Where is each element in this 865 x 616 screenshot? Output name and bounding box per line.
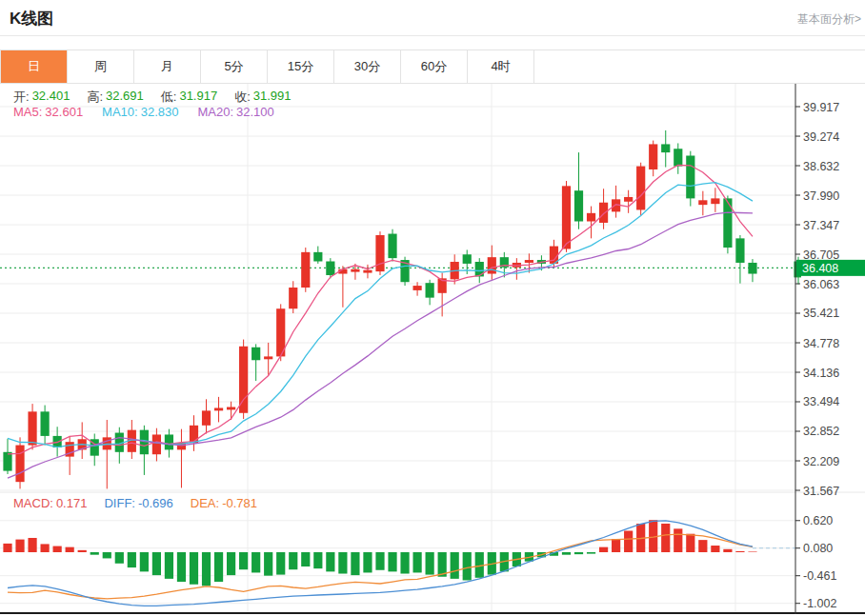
- macd-bar[interactable]: [400, 552, 409, 574]
- macd-bar[interactable]: [128, 552, 136, 567]
- macd-bar[interactable]: [202, 552, 211, 586]
- tab-15分[interactable]: 15分: [268, 50, 334, 83]
- macd-bar[interactable]: [338, 552, 347, 574]
- candle[interactable]: [674, 149, 682, 166]
- macd-bar[interactable]: [599, 547, 608, 552]
- candle[interactable]: [649, 144, 657, 169]
- macd-bar[interactable]: [723, 549, 732, 552]
- macd-bar[interactable]: [301, 552, 310, 566]
- candle[interactable]: [525, 260, 533, 263]
- macd-bar[interactable]: [412, 552, 421, 572]
- macd-bar[interactable]: [674, 528, 682, 552]
- macd-bar[interactable]: [239, 552, 248, 569]
- candle[interactable]: [264, 356, 272, 359]
- candle[interactable]: [735, 238, 744, 263]
- macd-bar[interactable]: [152, 552, 161, 575]
- candle[interactable]: [599, 203, 608, 223]
- candle[interactable]: [301, 252, 310, 288]
- candle[interactable]: [227, 407, 235, 410]
- macd-bar[interactable]: [40, 544, 49, 552]
- candle[interactable]: [190, 426, 198, 443]
- macd-bar[interactable]: [624, 530, 633, 552]
- candle[interactable]: [624, 197, 633, 202]
- macd-bar[interactable]: [562, 552, 571, 555]
- candle[interactable]: [28, 411, 36, 445]
- tab-60分[interactable]: 60分: [401, 50, 468, 83]
- macd-bar[interactable]: [612, 539, 620, 552]
- macd-bar[interactable]: [276, 552, 285, 575]
- candle[interactable]: [375, 235, 384, 271]
- candle[interactable]: [574, 190, 583, 221]
- macd-bar[interactable]: [326, 552, 334, 571]
- macd-bar[interactable]: [15, 540, 24, 552]
- candle[interactable]: [202, 410, 211, 425]
- candle[interactable]: [426, 283, 434, 297]
- candle[interactable]: [686, 155, 694, 198]
- candle[interactable]: [698, 200, 707, 205]
- macd-bar[interactable]: [227, 552, 235, 575]
- macd-bar[interactable]: [214, 552, 223, 582]
- macd-bar[interactable]: [53, 546, 62, 552]
- candle[interactable]: [3, 452, 11, 471]
- fundamental-analysis-link[interactable]: 基本面分析>: [797, 11, 861, 28]
- macd-bar[interactable]: [140, 552, 149, 571]
- candle[interactable]: [587, 213, 595, 222]
- macd-bar[interactable]: [735, 551, 744, 552]
- tab-月[interactable]: 月: [134, 50, 201, 83]
- tab-周[interactable]: 周: [68, 50, 134, 83]
- candle[interactable]: [363, 270, 372, 273]
- macd-bar[interactable]: [264, 552, 272, 576]
- macd-bar[interactable]: [91, 552, 99, 555]
- macd-bar[interactable]: [711, 546, 719, 552]
- macd-bar[interactable]: [351, 552, 359, 575]
- candle[interactable]: [15, 446, 24, 483]
- macd-bar[interactable]: [28, 538, 36, 552]
- candle[interactable]: [165, 434, 173, 449]
- macd-bar[interactable]: [363, 552, 372, 572]
- candle[interactable]: [661, 144, 670, 152]
- macd-bar[interactable]: [451, 552, 459, 579]
- candle[interactable]: [636, 167, 645, 210]
- tab-30分[interactable]: 30分: [334, 50, 401, 83]
- candle[interactable]: [313, 252, 322, 262]
- macd-bar[interactable]: [587, 552, 595, 554]
- macd-bar[interactable]: [3, 544, 11, 552]
- tab-5分[interactable]: 5分: [201, 50, 268, 83]
- kline-chart-canvas[interactable]: 39.91739.27438.63237.99037.34736.70536.0…: [0, 84, 865, 616]
- candle[interactable]: [748, 263, 756, 274]
- macd-bar[interactable]: [375, 552, 384, 570]
- candle[interactable]: [40, 411, 49, 436]
- candle[interactable]: [463, 254, 472, 264]
- macd-bar[interactable]: [313, 552, 322, 568]
- candles-group[interactable]: [3, 130, 802, 488]
- candle[interactable]: [251, 348, 260, 361]
- candle[interactable]: [214, 407, 223, 410]
- candle[interactable]: [152, 434, 161, 454]
- candle[interactable]: [239, 347, 248, 413]
- macd-bar[interactable]: [103, 552, 111, 558]
- candle[interactable]: [562, 186, 571, 248]
- macd-bar[interactable]: [190, 552, 198, 585]
- macd-bar[interactable]: [463, 552, 472, 580]
- macd-bar[interactable]: [574, 552, 583, 554]
- tab-4时[interactable]: 4时: [468, 50, 534, 83]
- macd-bar[interactable]: [686, 534, 694, 552]
- candle[interactable]: [351, 269, 359, 272]
- candle[interactable]: [388, 234, 396, 259]
- macd-bar[interactable]: [289, 552, 297, 569]
- macd-bar[interactable]: [748, 551, 756, 552]
- candle[interactable]: [488, 257, 496, 273]
- macd-bar[interactable]: [426, 552, 434, 575]
- macd-bar[interactable]: [698, 540, 707, 552]
- candle[interactable]: [723, 198, 732, 248]
- macd-bar[interactable]: [115, 552, 124, 564]
- macd-bar[interactable]: [165, 552, 173, 579]
- candle[interactable]: [711, 198, 719, 204]
- macd-bar[interactable]: [177, 552, 186, 582]
- candle[interactable]: [412, 286, 421, 290]
- macd-bar[interactable]: [661, 524, 670, 552]
- macd-bar[interactable]: [251, 552, 260, 572]
- macd-bar[interactable]: [388, 552, 396, 571]
- macd-bar[interactable]: [78, 550, 87, 552]
- macd-bar[interactable]: [66, 547, 74, 552]
